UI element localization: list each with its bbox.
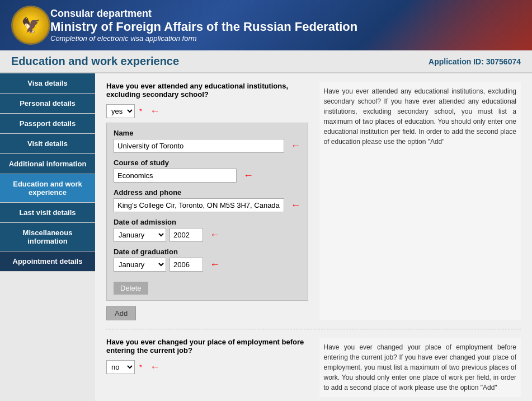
employment-question-group: Have you ever changed your place of empl… — [106, 338, 308, 355]
employment-section: Have you ever changed your place of empl… — [106, 338, 521, 401]
admission-year-input[interactable] — [170, 228, 203, 242]
graduation-group: Date of graduation JanuaryFebruaryMarch … — [114, 248, 301, 272]
page-title-bar: Education and work experience Applicatio… — [0, 50, 532, 73]
education-left: Have you ever attended any educational i… — [106, 82, 308, 320]
sidebar-item-additional-info[interactable]: Additional information — [0, 154, 95, 174]
sidebar: Visa details Personal details Passport d… — [0, 73, 95, 401]
sidebar-item-visa-details[interactable]: Visa details — [0, 73, 95, 94]
main-layout: Visa details Personal details Passport d… — [0, 73, 532, 401]
education-answer-select[interactable]: yes no — [106, 104, 135, 118]
logo: 🦅 — [11, 6, 50, 45]
education-question: Have you ever attended any educational i… — [106, 82, 288, 99]
name-input[interactable] — [114, 139, 284, 153]
sidebar-item-miscellaneous[interactable]: Miscellaneous information — [0, 223, 95, 251]
arrow-icon-graduation: ← — [210, 259, 220, 271]
name-label: Name — [114, 129, 301, 137]
add-button[interactable]: Add — [106, 306, 136, 320]
application-id: Application ID: 30756074 — [429, 57, 521, 66]
admission-date-row: JanuaryFebruaryMarch AprilMayJune JulyAu… — [114, 228, 301, 242]
employment-answer-row: no yes * ← — [106, 360, 308, 374]
admission-group: Date of admission JanuaryFebruaryMarch A… — [114, 218, 301, 242]
arrow-icon-edu-answer: ← — [150, 105, 160, 117]
graduation-label: Date of graduation — [114, 248, 301, 256]
arrow-icon-admission: ← — [210, 229, 220, 241]
delete-button[interactable]: Delete — [114, 282, 148, 295]
admission-label: Date of admission — [114, 218, 301, 226]
course-label: Course of study — [114, 158, 301, 167]
address-group: Address and phone ← — [114, 188, 301, 212]
education-question-group: Have you ever attended any educational i… — [106, 82, 308, 99]
course-input[interactable] — [114, 169, 237, 183]
employment-question: Have you ever changed your place of empl… — [106, 338, 304, 355]
content-area: Have you ever attended any educational i… — [95, 73, 532, 401]
course-group: Course of study ← — [114, 158, 301, 183]
header-subtitle: Completion of electronic visa applicatio… — [50, 34, 357, 43]
graduation-month-select[interactable]: JanuaryFebruaryMarch AprilMayJune JulyAu… — [114, 258, 166, 272]
employment-two-col: Have you ever changed your place of empl… — [106, 338, 521, 397]
header-building-decoration — [409, 0, 532, 50]
education-answer-row: yes no * ← — [106, 104, 308, 118]
employment-required-marker: * — [139, 363, 142, 371]
header: 🦅 Consular department Ministry of Foreig… — [0, 0, 532, 50]
graduation-date-row: JanuaryFebruaryMarch AprilMayJune JulyAu… — [114, 258, 301, 272]
employment-info-box: Have you ever changed your place of empl… — [319, 338, 521, 397]
sidebar-item-personal-details[interactable]: Personal details — [0, 94, 95, 114]
education-two-col: Have you ever attended any educational i… — [106, 82, 521, 320]
graduation-year-input[interactable] — [170, 258, 203, 272]
arrow-icon-employment: ← — [150, 361, 160, 373]
ministry-title: Ministry of Foreign Affairs of the Russi… — [50, 20, 357, 34]
arrow-icon-name: ← — [291, 140, 301, 152]
employment-left: Have you ever changed your place of empl… — [106, 338, 308, 397]
sidebar-item-passport-details[interactable]: Passport details — [0, 114, 95, 134]
header-text: Consular department Ministry of Foreign … — [50, 8, 357, 43]
arrow-icon-course: ← — [243, 170, 253, 181]
education-block: Name ← Course of study ← — [106, 123, 308, 301]
address-input[interactable] — [114, 198, 284, 212]
education-info-box: Have you ever attended any educational i… — [319, 82, 521, 320]
employment-answer-select[interactable]: no yes — [106, 360, 135, 374]
page-title: Education and work experience — [11, 55, 179, 68]
required-marker: * — [139, 107, 142, 115]
add-button-row: Add — [106, 301, 308, 320]
arrow-icon-address: ← — [291, 199, 301, 211]
name-group: Name ← — [114, 129, 301, 153]
sidebar-item-visit-details[interactable]: Visit details — [0, 134, 95, 154]
sidebar-item-education[interactable]: Education and work experience — [0, 174, 95, 203]
admission-month-select[interactable]: JanuaryFebruaryMarch AprilMayJune JulyAu… — [114, 228, 166, 242]
address-label: Address and phone — [114, 188, 301, 197]
education-section: Have you ever attended any educational i… — [106, 82, 521, 329]
sidebar-item-last-visit[interactable]: Last visit details — [0, 203, 95, 223]
dept-title: Consular department — [50, 8, 357, 20]
sidebar-item-appointment[interactable]: Appointment details — [0, 251, 95, 272]
